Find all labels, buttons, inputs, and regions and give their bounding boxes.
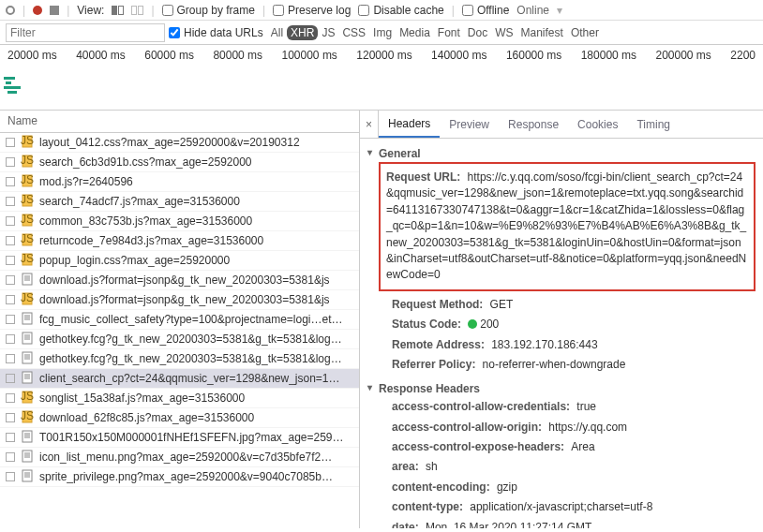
preserve-log-checkbox[interactable]: Preserve log (273, 4, 351, 17)
filter-type-ws[interactable]: WS (491, 25, 516, 40)
general-section[interactable]: General (379, 145, 756, 162)
close-icon[interactable]: × (360, 111, 379, 138)
request-row[interactable]: gethotkey.fcg?g_tk_new_20200303=5381&g_t… (0, 330, 359, 349)
request-name: icon_list_menu.png?max_age=2592000&v=c7d… (39, 451, 332, 464)
offline-checkbox[interactable]: Offline (462, 4, 509, 17)
filter-type-doc[interactable]: Doc (464, 25, 491, 40)
filter-type-other[interactable]: Other (567, 25, 603, 40)
row-select-checkbox[interactable] (6, 315, 15, 324)
request-row[interactable]: T001R150x150M000001fNHEf1SFEFN.jpg?max_a… (0, 428, 359, 448)
row-select-checkbox[interactable] (6, 374, 15, 383)
request-name: common_83c753b.js?max_age=31536000 (39, 214, 252, 228)
tab-response[interactable]: Response (499, 111, 568, 138)
timeline-tick: 80000 ms (213, 49, 262, 62)
filter-type-js[interactable]: JS (318, 25, 338, 40)
tab-headers[interactable]: Headers (379, 111, 440, 138)
svg-text:JS: JS (21, 391, 34, 403)
record-icon[interactable] (33, 6, 42, 15)
filter-type-manifest[interactable]: Manifest (517, 25, 567, 40)
request-row[interactable]: gethotkey.fcg?g_tk_new_20200303=5381&g_t… (0, 349, 359, 369)
name-column-header[interactable]: Name (0, 111, 359, 133)
request-row[interactable]: JSsearch_6cb3d91b.css?max_age=2592000 (0, 153, 359, 172)
svg-text:JS: JS (21, 155, 34, 167)
timeline-tick: 120000 ms (356, 49, 411, 62)
filter-type-css[interactable]: CSS (338, 25, 369, 40)
request-name: download.js?format=jsonp&g_tk_new_202003… (39, 273, 330, 287)
row-select-checkbox[interactable] (6, 197, 15, 206)
request-name: returncode_7e984d3.js?max_age=31536000 (39, 234, 263, 247)
view-label: View: (77, 4, 104, 17)
status-dot-icon (468, 319, 477, 329)
online-select[interactable]: Online (516, 4, 549, 17)
timeline-tick: 20000 ms (7, 49, 57, 62)
request-row[interactable]: sprite_privilege.png?max_age=2592000&v=9… (0, 467, 359, 487)
filter-type-img[interactable]: Img (369, 25, 396, 40)
file-type-icon: JS (21, 155, 34, 170)
record-outline-icon[interactable] (6, 6, 15, 15)
group-by-frame-checkbox[interactable]: Group by frame (162, 4, 255, 17)
request-row[interactable]: JSsonglist_15a38af.js?max_age=31536000 (0, 389, 359, 408)
filter-type-all[interactable]: All (267, 25, 287, 40)
request-row[interactable]: JSpopup_login.css?max_age=25920000 (0, 251, 359, 271)
row-select-checkbox[interactable] (6, 393, 15, 403)
file-type-icon: JS (21, 194, 34, 210)
request-row[interactable]: icon_list_menu.png?max_age=2592000&v=c7d… (0, 448, 359, 467)
svg-text:JS: JS (21, 410, 34, 422)
request-row[interactable]: fcg_music_collect_safety?type=100&projec… (0, 310, 359, 330)
svg-rect-14 (22, 273, 32, 285)
tab-timing[interactable]: Timing (627, 111, 680, 138)
row-select-checkbox[interactable] (6, 354, 15, 363)
request-name: T001R150x150M000001fNHEf1SFEFN.jpg?max_a… (39, 431, 344, 444)
file-type-icon (21, 312, 34, 328)
svg-text:JS: JS (21, 174, 34, 186)
row-select-checkbox[interactable] (6, 157, 15, 167)
filter-type-xhr[interactable]: XHR (287, 25, 318, 40)
response-header-value: sh (426, 460, 438, 473)
row-select-checkbox[interactable] (6, 216, 15, 226)
row-select-checkbox[interactable] (6, 236, 15, 245)
file-type-icon (21, 332, 34, 347)
row-select-checkbox[interactable] (6, 452, 15, 462)
request-row[interactable]: JScommon_83c753b.js?max_age=31536000 (0, 212, 359, 231)
row-select-checkbox[interactable] (6, 334, 15, 344)
row-select-checkbox[interactable] (6, 275, 15, 285)
row-select-checkbox[interactable] (6, 433, 15, 442)
request-row[interactable]: JSlayout_0412.css?max_age=25920000&v=201… (0, 133, 359, 153)
request-row[interactable]: JSsearch_74adcf7.js?max_age=31536000 (0, 192, 359, 212)
response-header-row: access-control-expose-headers: Area (379, 437, 756, 457)
row-select-checkbox[interactable] (6, 177, 15, 186)
response-header-value: true (576, 400, 596, 413)
filter-type-media[interactable]: Media (396, 25, 434, 40)
clear-icon[interactable] (50, 6, 59, 15)
request-name: popup_login.css?max_age=25920000 (39, 254, 230, 267)
row-select-checkbox[interactable] (6, 413, 15, 422)
response-headers-section[interactable]: Response Headers (379, 380, 756, 397)
svg-rect-26 (22, 451, 32, 462)
row-select-checkbox[interactable] (6, 256, 15, 265)
row-select-checkbox[interactable] (6, 138, 15, 147)
request-row[interactable]: JSmod.js?r=2640596 (0, 172, 359, 192)
request-row[interactable]: JSreturncode_7e984d3.js?max_age=31536000 (0, 231, 359, 251)
request-row[interactable]: client_search_cp?ct=24&qqmusic_ver=1298&… (0, 369, 359, 389)
svg-rect-20 (22, 372, 32, 383)
row-select-checkbox[interactable] (6, 472, 15, 481)
hide-urls-checkbox[interactable]: Hide data URLs (169, 26, 263, 39)
details-tabs: × HeadersPreviewResponseCookiesTiming (360, 111, 763, 139)
response-header-row: access-control-allow-origin: https://y.q… (379, 418, 756, 437)
request-row[interactable]: JSdownload.js?format=jsonp&g_tk_new_2020… (0, 290, 359, 310)
response-header-row: content-encoding: gzip (379, 478, 756, 497)
request-method-value: GET (490, 298, 514, 311)
file-type-icon (21, 371, 34, 387)
filter-input[interactable] (6, 23, 165, 42)
top-toolbar: | | View: | Group by frame | Preserve lo… (0, 0, 763, 21)
row-select-checkbox[interactable] (6, 295, 15, 304)
tab-cookies[interactable]: Cookies (568, 111, 627, 138)
request-row[interactable]: JSdownload_62f8c85.js?max_age=31536000 (0, 408, 359, 428)
tab-preview[interactable]: Preview (440, 111, 499, 138)
file-type-icon: JS (21, 174, 34, 190)
timeline-overview[interactable]: 20000 ms40000 ms60000 ms80000 ms100000 m… (0, 45, 763, 111)
disable-cache-checkbox[interactable]: Disable cache (358, 4, 443, 17)
request-row[interactable]: download.js?format=jsonp&g_tk_new_202003… (0, 271, 359, 290)
filter-type-font[interactable]: Font (434, 25, 464, 40)
file-type-icon: JS (21, 214, 34, 229)
